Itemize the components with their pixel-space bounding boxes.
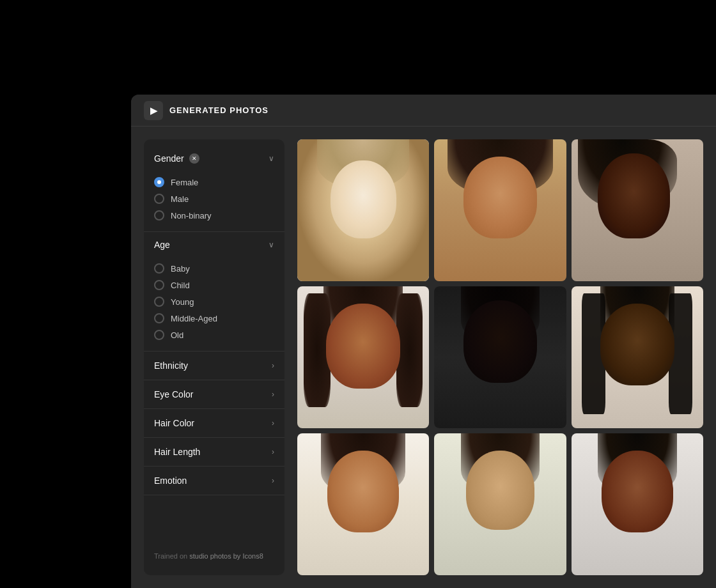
portrait-4 <box>297 286 429 428</box>
hair-length-filter-title: Hair Length <box>154 447 200 457</box>
gender-chevron-icon: ∨ <box>268 154 274 163</box>
gender-male-option[interactable]: Male <box>154 190 274 207</box>
age-old-option[interactable]: Old <box>154 327 274 343</box>
hair-length-filter[interactable]: Hair Length › <box>144 438 284 467</box>
header-title: GENERATED PHOTOS <box>169 105 268 115</box>
gender-female-radio[interactable] <box>154 177 164 187</box>
portrait-1 <box>297 139 429 281</box>
age-filter-header[interactable]: Age ∨ <box>144 232 284 258</box>
age-old-label: Old <box>171 330 183 340</box>
gender-filter-header[interactable]: Gender ✕ ∨ <box>144 146 284 171</box>
hair-color-filter[interactable]: Hair Color › <box>144 409 284 438</box>
header-logo: ▶ GENERATED PHOTOS <box>144 101 268 120</box>
portrait-9 <box>572 433 703 575</box>
portrait-2 <box>434 139 566 281</box>
age-young-radio[interactable] <box>154 297 164 307</box>
age-filter-section: Age ∨ Baby Child <box>144 232 284 352</box>
portrait-3 <box>572 139 703 281</box>
age-baby-label: Baby <box>171 264 190 274</box>
ethnicity-filter[interactable]: Ethnicity › <box>144 352 284 380</box>
photo-card-5[interactable] <box>434 286 566 428</box>
emotion-chevron-icon: › <box>272 476 274 485</box>
gender-options: Female Male Non-binary <box>144 171 284 231</box>
portrait-7 <box>297 433 429 575</box>
header: ▶ GENERATED PHOTOS <box>131 95 716 127</box>
app-container: ▶ GENERATED PHOTOS Gender ✕ ∨ <box>0 0 716 588</box>
ethnicity-chevron-icon: › <box>272 361 274 370</box>
main-panel: ▶ GENERATED PHOTOS Gender ✕ ∨ <box>131 95 716 588</box>
photo-card-7[interactable] <box>297 433 429 575</box>
hair-color-filter-title: Hair Color <box>154 418 194 428</box>
ethnicity-filter-title: Ethnicity <box>154 360 188 371</box>
eye-color-chevron-icon: › <box>272 390 274 399</box>
age-child-radio[interactable] <box>154 280 164 290</box>
photo-card-9[interactable] <box>572 433 703 575</box>
age-middle-option[interactable]: Middle-Aged <box>154 310 274 327</box>
gender-female-label: Female <box>171 178 198 187</box>
portrait-6 <box>572 286 703 428</box>
trained-on-text: Trained on studio photos by Icons8 <box>144 543 284 569</box>
filters-panel: Gender ✕ ∨ Female <box>144 139 284 575</box>
photo-card-2[interactable] <box>434 139 566 281</box>
age-middle-label: Middle-Aged <box>171 314 217 323</box>
eye-color-filter-title: Eye Color <box>154 389 193 399</box>
photo-card-4[interactable] <box>297 286 429 428</box>
hair-length-chevron-icon: › <box>272 447 274 456</box>
age-filter-title: Age <box>154 240 170 250</box>
age-young-option[interactable]: Young <box>154 293 274 310</box>
eye-color-filter[interactable]: Eye Color › <box>144 380 284 409</box>
photos-grid <box>297 139 703 575</box>
logo-icon[interactable]: ▶ <box>144 101 163 120</box>
gender-nonbinary-label: Non-binary <box>171 211 212 220</box>
photo-card-6[interactable] <box>572 286 703 428</box>
portrait-5 <box>434 286 566 428</box>
gender-male-radio[interactable] <box>154 194 164 204</box>
emotion-filter-title: Emotion <box>154 476 187 486</box>
age-chevron-icon: ∨ <box>268 240 274 249</box>
gender-filter-section: Gender ✕ ∨ Female <box>144 146 284 232</box>
age-middle-radio[interactable] <box>154 313 164 323</box>
age-old-radio[interactable] <box>154 330 164 340</box>
hair-color-chevron-icon: › <box>272 419 274 428</box>
age-baby-option[interactable]: Baby <box>154 260 274 277</box>
gender-nonbinary-radio[interactable] <box>154 210 164 220</box>
age-child-option[interactable]: Child <box>154 277 274 293</box>
logo-symbol: ▶ <box>150 105 157 116</box>
gender-clear-button[interactable]: ✕ <box>189 153 199 164</box>
photo-card-8[interactable] <box>434 433 566 575</box>
icons8-link[interactable]: studio photos by Icons8 <box>189 552 263 560</box>
gender-title-row: Gender ✕ <box>154 153 199 164</box>
age-child-label: Child <box>171 281 190 290</box>
age-young-label: Young <box>171 297 194 307</box>
age-options: Baby Child Young Middle-Aged <box>144 258 284 351</box>
age-baby-radio[interactable] <box>154 263 164 274</box>
emotion-filter[interactable]: Emotion › <box>144 467 284 495</box>
photo-card-1[interactable] <box>297 139 429 281</box>
gender-female-option[interactable]: Female <box>154 174 274 190</box>
content-area: Gender ✕ ∨ Female <box>131 127 716 588</box>
gender-male-label: Male <box>171 194 189 204</box>
gender-nonbinary-option[interactable]: Non-binary <box>154 207 274 224</box>
portrait-8 <box>434 433 566 575</box>
trained-prefix: Trained on <box>154 552 187 560</box>
gender-filter-title: Gender <box>154 153 184 164</box>
photo-card-3[interactable] <box>572 139 703 281</box>
